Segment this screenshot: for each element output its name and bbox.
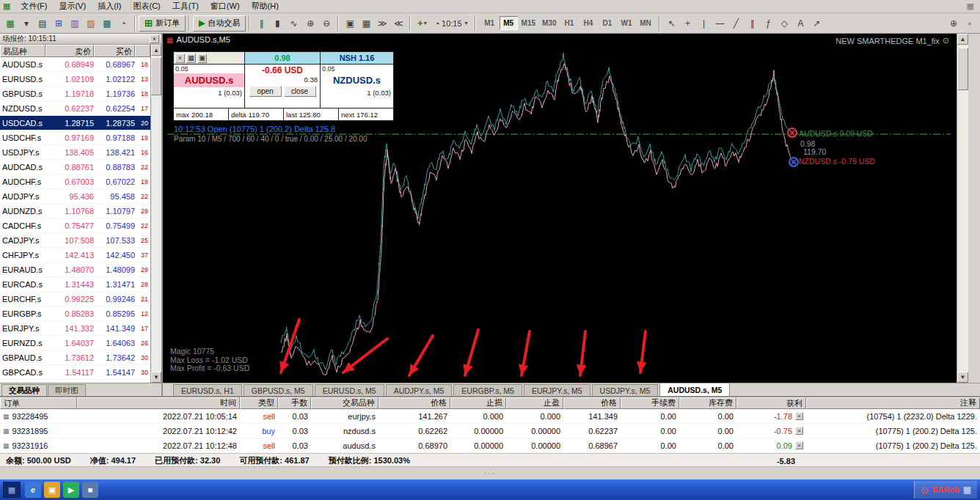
timeframe-h1[interactable]: H1 [560, 16, 578, 30]
channel-icon[interactable]: ∥ [744, 15, 760, 32]
vertical-line-icon[interactable]: | [695, 15, 712, 32]
column-comment[interactable]: 注释 [806, 397, 980, 409]
app-window-icon[interactable]: ■ [82, 482, 98, 498]
market-watch-row[interactable]: EURCHF.s 0.99225 0.99246 21 [0, 292, 150, 306]
autotrading-button[interactable]: ▶ 自动交易 [193, 15, 246, 32]
terminal-icon[interactable]: ▩ [99, 15, 115, 32]
scrollbar-thumb[interactable] [151, 57, 161, 95]
clock-button[interactable]: ◔ 10:15 ▾ [431, 16, 471, 31]
ea-tray-icon[interactable]: ⊙ [921, 485, 929, 496]
market-watch-scrollbar[interactable]: ▲ ▼ [150, 45, 161, 383]
market-watch-row[interactable]: GBPAUD.s 1.73612 1.73642 30 [0, 350, 150, 365]
order-row[interactable]: ▦93231916 2022.07.21 10:12:48 sell 0.03 … [0, 438, 980, 453]
close-order-button[interactable]: × [795, 427, 803, 435]
market-watch-row[interactable]: EURJPY.s 141.332 141.349 17 [0, 321, 150, 336]
data-window-icon[interactable]: ▥ [67, 15, 83, 32]
autoscroll-icon[interactable]: ≫ [374, 15, 390, 32]
new-order-button[interactable]: ⊞ 新订单 [139, 15, 186, 32]
column-ask[interactable]: 买价 [94, 45, 135, 57]
market-watch-row[interactable]: CADCHF.s 0.75477 0.75499 22 [0, 218, 150, 233]
chart-tab-eurusd-m5[interactable]: EURUSD.s, M5 [315, 384, 384, 396]
bar-chart-icon[interactable]: ∥ [253, 15, 269, 32]
scroll-up-icon[interactable]: ▲ [151, 45, 161, 56]
menu-item[interactable]: 帮助(H) [246, 0, 285, 12]
market-watch-row[interactable]: USDCHF.s 0.97169 0.97188 19 [0, 130, 150, 145]
new-chart-dropdown-icon[interactable]: ▾ [18, 15, 34, 32]
timeframe-mn[interactable]: MN [636, 16, 654, 30]
column-symbol[interactable]: 交易品种 [311, 397, 379, 409]
market-watch-row[interactable]: NZDUSD.s 0.62237 0.62254 17 [0, 101, 150, 116]
column-stop-loss[interactable]: 止损 [450, 397, 506, 409]
chart-area[interactable]: ▦ AUDUSD.s,M5 NEW SMARTHEDGE M1_fix ⊙ ×▦… [163, 34, 957, 383]
open-button[interactable]: open [249, 86, 282, 97]
close-icon[interactable]: × [150, 34, 159, 43]
order-row[interactable]: ▦93231895 2022.07.21 10:12:42 buy 0.03 n… [0, 424, 980, 438]
timeframe-h4[interactable]: H4 [579, 16, 597, 30]
chart-tab-eurusd-h1[interactable]: EURUSD.s, H1 [173, 384, 242, 396]
horizontal-line-icon[interactable]: — [712, 15, 728, 32]
timeframe-m15[interactable]: M15 [519, 16, 538, 30]
chart-scrollbar[interactable]: ▲ ▼ [957, 34, 968, 383]
menu-item[interactable]: 窗口(W) [205, 0, 246, 12]
chart-tab-audjpy-m5[interactable]: AUDJPY.s, M5 [386, 384, 453, 396]
market-watch-row[interactable]: GBPUSD.s 1.19718 1.19736 18 [0, 87, 150, 101]
crosshair-icon[interactable]: + [679, 15, 695, 32]
chart-tab-audusd-m5[interactable]: AUDUSD.s, M5 [659, 383, 730, 396]
market-watch-row[interactable]: EURAUD.s 1.48070 1.48099 29 [0, 262, 150, 277]
close-button[interactable]: close [284, 86, 316, 97]
browser-icon[interactable]: e [25, 482, 41, 498]
column-time[interactable]: 时间 [77, 397, 240, 409]
tab-tick-chart[interactable]: 即时图 [48, 384, 86, 396]
column-symbol[interactable]: 易品种 [0, 45, 45, 57]
more-tools-icon[interactable]: ▫ [962, 15, 978, 32]
market-watch-row[interactable]: CADJPY.s 107.508 107.533 25 [0, 233, 150, 248]
folder-icon[interactable]: ▣ [44, 482, 60, 498]
panel-lock-icon[interactable]: ▣ [197, 54, 207, 63]
column-spread[interactable] [135, 45, 150, 57]
arrow-tools-icon[interactable]: ↗ [808, 15, 824, 32]
tile-windows-icon[interactable]: ▣ [342, 15, 358, 32]
trendline-icon[interactable]: ╱ [728, 15, 744, 32]
market-watch-row[interactable]: AUDNZD.s 1.10768 1.10797 29 [0, 204, 150, 218]
cursor-icon[interactable]: ↖ [663, 15, 679, 32]
menu-item[interactable]: 图表(C) [128, 0, 167, 12]
column-open-price[interactable]: 价格 [379, 397, 450, 409]
text-label-icon[interactable]: A [792, 15, 808, 32]
chart-tab-eurgbp-m5[interactable]: EURGBP.s, M5 [453, 384, 522, 396]
player-icon[interactable]: ▶ [63, 482, 79, 498]
market-watch-row[interactable]: AUDJPY.s 95.436 95.458 22 [0, 189, 150, 204]
column-lots[interactable]: 手数 [278, 397, 311, 409]
order-row[interactable]: ▦93228495 2022.07.21 10:05:14 sell 0.03 … [0, 409, 980, 424]
scroll-down-icon[interactable]: ▼ [151, 372, 161, 383]
market-watch-row[interactable]: USDJPY.s 138.405 138.421 16 [0, 145, 150, 160]
cascade-windows-icon[interactable]: ▦ [358, 15, 374, 32]
candlestick-icon[interactable]: ▮ [269, 15, 285, 32]
fibonacci-icon[interactable]: ƒ [760, 15, 776, 32]
close-order-button[interactable]: × [795, 412, 803, 420]
close-order-button[interactable]: × [795, 441, 803, 449]
strategy-tester-icon[interactable]: ◔ [115, 15, 131, 32]
timeframe-m1[interactable]: M1 [480, 16, 499, 30]
market-watch-row[interactable]: AUDUSD.s 0.68949 0.68967 18 [0, 57, 150, 72]
column-commission[interactable]: 手续费 [621, 397, 679, 409]
market-watch-row[interactable]: GBPCAD.s 1.54117 1.54147 30 [0, 365, 150, 380]
column-swap[interactable]: 库存费 [679, 397, 736, 409]
scrollbar-thumb[interactable] [957, 48, 968, 90]
column-current-price[interactable]: 价格 [563, 397, 621, 409]
navigator-icon[interactable]: ▧ [83, 15, 99, 32]
menu-item[interactable]: 工具(T) [167, 0, 205, 12]
column-type[interactable]: 类型 [240, 397, 278, 409]
start-button[interactable]: ▦ [3, 482, 21, 498]
menu-item[interactable]: 文件(F) [15, 0, 53, 12]
tab-symbols[interactable]: 交易品种 [1, 384, 47, 396]
market-watch-row[interactable]: USDCAD.s 1.28715 1.28735 20 [0, 116, 150, 130]
market-watch-row[interactable]: EURGBP.s 0.85283 0.85295 12 [0, 306, 150, 321]
market-watch-row[interactable]: AUDCAD.s 0.88761 0.88783 22 [0, 160, 150, 174]
menu-item[interactable]: 插入(I) [92, 0, 127, 12]
panel-close-icon[interactable]: × [175, 54, 185, 63]
panel-grid-icon[interactable]: ▦ [186, 54, 196, 63]
market-watch-row[interactable]: EURNZD.s 1.64037 1.64063 26 [0, 336, 150, 350]
market-watch-row[interactable]: EURCAD.s 1.31443 1.31471 28 [0, 277, 150, 292]
tray-extra-icon[interactable]: ▦ [963, 485, 971, 495]
shapes-icon[interactable]: ◇ [776, 15, 792, 32]
